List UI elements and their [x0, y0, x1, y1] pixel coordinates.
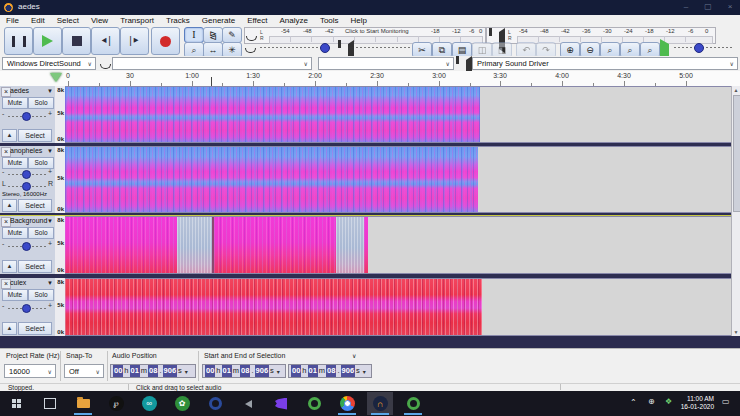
start-button[interactable]: [4, 392, 30, 415]
vertical-scrollbar[interactable]: ▲ ▼: [731, 86, 740, 336]
track-aedes-spectrogram-clip[interactable]: [65, 87, 480, 142]
menu-transport[interactable]: Transport: [114, 16, 160, 25]
menu-select[interactable]: Select: [51, 16, 85, 25]
recording-channels-select[interactable]: ∨: [318, 57, 454, 70]
select-button[interactable]: Select: [18, 129, 52, 142]
gain-thumb[interactable]: [22, 112, 31, 121]
menu-effect[interactable]: Effect: [241, 16, 273, 25]
background-clip-segment[interactable]: [65, 217, 177, 273]
envelope-tool-button[interactable]: ⧎: [203, 27, 223, 43]
solo-button[interactable]: Solo: [28, 227, 54, 239]
taskbar-app-audacity-active[interactable]: ∩: [367, 392, 393, 415]
play-speed-slider[interactable]: [674, 47, 734, 48]
chevron-down-icon[interactable]: ▾: [277, 368, 280, 375]
pinned-playhead-icon[interactable]: [50, 73, 62, 82]
track-menu-icon[interactable]: ▼: [47, 148, 53, 154]
draw-tool-button[interactable]: ✎: [222, 27, 242, 43]
taskbar-clock[interactable]: 11:00 AM 16-01-2020: [680, 395, 714, 411]
minimize-button[interactable]: –: [676, 0, 696, 14]
gain-thumb[interactable]: [22, 304, 31, 313]
vertical-scroll-thumb[interactable]: [733, 95, 740, 212]
pan-thumb[interactable]: [22, 182, 31, 191]
menu-tracks[interactable]: Tracks: [160, 16, 196, 25]
taskbar-app-green-ring-1[interactable]: [301, 392, 327, 415]
selection-end-field[interactable]: 00 h 01 m 08 . 906 s ▾: [288, 364, 372, 378]
track-anopheles-waveform-area[interactable]: [65, 146, 731, 213]
scroll-down-icon[interactable]: ▼: [732, 328, 740, 336]
time-digits[interactable]: 00: [291, 365, 301, 377]
selection-tool-button[interactable]: I: [184, 27, 204, 43]
project-rate-select[interactable]: 16000∨: [4, 364, 56, 378]
audio-position-field[interactable]: 00 h 01 m 08 . 906 s ▾: [110, 364, 196, 378]
scroll-up-icon[interactable]: ▲: [732, 86, 740, 94]
mute-button[interactable]: Mute: [2, 157, 28, 169]
collapse-button[interactable]: ▲: [2, 260, 17, 273]
track-title[interactable]: Background: [10, 217, 47, 224]
network-globe-icon[interactable]: ⊕: [648, 397, 655, 406]
time-digits[interactable]: 01: [308, 365, 318, 377]
track-menu-icon[interactable]: ▼: [47, 88, 53, 94]
antivirus-shield-icon[interactable]: ❖: [665, 397, 672, 406]
action-center-icon[interactable]: ▭: [722, 397, 730, 406]
file-explorer-button[interactable]: [70, 392, 96, 415]
pause-button[interactable]: [4, 27, 33, 55]
track-menu-icon[interactable]: ▼: [47, 218, 53, 224]
mute-button[interactable]: Mute: [2, 289, 28, 301]
track-aedes-waveform-area[interactable]: [65, 86, 731, 143]
menu-view[interactable]: View: [85, 16, 114, 25]
monitoring-hint[interactable]: Click to Start Monitoring: [345, 28, 409, 34]
taskbar-app-speaker[interactable]: [235, 392, 261, 415]
taskbar-app-arduino[interactable]: ∞: [136, 392, 162, 415]
stop-button[interactable]: [62, 27, 91, 55]
time-digits[interactable]: 906: [163, 365, 178, 377]
select-button[interactable]: Select: [18, 199, 52, 212]
time-digits[interactable]: 906: [341, 365, 356, 377]
mute-button[interactable]: Mute: [2, 227, 28, 239]
select-button[interactable]: Select: [18, 322, 52, 335]
menu-file[interactable]: File: [0, 16, 25, 25]
gain-thumb[interactable]: [22, 170, 31, 179]
menu-edit[interactable]: Edit: [25, 16, 51, 25]
track-background-waveform-area[interactable]: [65, 216, 731, 274]
track-anopheles-spectrogram-clip[interactable]: [65, 147, 478, 212]
background-quiet-segment[interactable]: [336, 217, 364, 273]
collapse-button[interactable]: ▲: [2, 322, 17, 335]
background-quiet-segment[interactable]: [177, 217, 212, 273]
taskbar-app-blue-ring[interactable]: [202, 392, 228, 415]
menu-help[interactable]: Help: [345, 16, 373, 25]
selection-start-field[interactable]: 00 h 01 m 08 . 906 s ▾: [202, 364, 286, 378]
play-button[interactable]: [33, 27, 62, 55]
tray-chevron-icon[interactable]: ⌃: [630, 398, 637, 407]
chevron-down-icon[interactable]: ▾: [363, 368, 366, 375]
record-button[interactable]: [151, 27, 180, 55]
track-culex-waveform-area[interactable]: [65, 278, 731, 336]
skip-to-end-button[interactable]: |⯈: [120, 27, 149, 55]
taskbar-app-green-ring-2[interactable]: [400, 392, 426, 415]
select-button[interactable]: Select: [18, 260, 52, 273]
solo-button[interactable]: Solo: [28, 97, 54, 109]
playback-device-select[interactable]: Primary Sound Driver∨: [472, 57, 738, 70]
gain-thumb[interactable]: [22, 242, 31, 251]
chevron-down-icon[interactable]: ▾: [185, 368, 188, 375]
track-culex-spectrogram-clip[interactable]: [65, 279, 482, 335]
skip-to-start-button[interactable]: ⯇|: [91, 27, 120, 55]
horizontal-scrollbar[interactable]: [0, 336, 740, 348]
audio-host-select[interactable]: Windows DirectSound∨: [2, 57, 96, 70]
timeline-ruler[interactable]: 0 30 1:00 1:30 2:00 2:30 3:00 3:30 4:00 …: [0, 71, 740, 87]
background-clip-segment[interactable]: [364, 217, 368, 273]
taskbar-app-green-badge[interactable]: ✿: [169, 392, 195, 415]
recording-volume-thumb[interactable]: [320, 43, 330, 53]
taskbar-app-p3[interactable]: ℘: [103, 392, 129, 415]
menu-tools[interactable]: Tools: [314, 16, 345, 25]
collapse-button[interactable]: ▲: [2, 129, 17, 142]
track-menu-icon[interactable]: ▼: [47, 280, 53, 286]
time-digits[interactable]: 00: [205, 365, 215, 377]
mute-button[interactable]: Mute: [2, 97, 28, 109]
task-view-button[interactable]: [37, 392, 63, 415]
maximize-button[interactable]: ▢: [698, 0, 718, 14]
time-digits[interactable]: 08: [326, 365, 336, 377]
time-digits[interactable]: 01: [222, 365, 232, 377]
background-clip-segment[interactable]: [214, 217, 336, 273]
track-title[interactable]: culex: [10, 279, 26, 286]
play-speed-thumb[interactable]: [694, 43, 704, 53]
